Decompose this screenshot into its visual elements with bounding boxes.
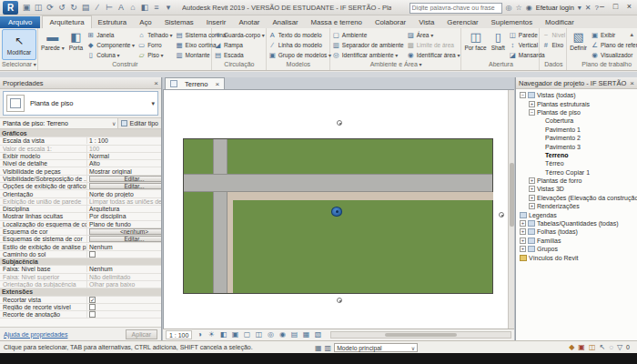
- view-scale-button[interactable]: 1 : 100: [166, 330, 192, 339]
- panel-label-circulacao[interactable]: Circulação: [214, 61, 265, 70]
- tab-gerenciar[interactable]: Gerenciar: [440, 16, 484, 28]
- view-tab-terreno[interactable]: Terreno ×: [165, 77, 225, 89]
- active-design-option-select[interactable]: Modelo principal ∨: [334, 343, 418, 352]
- ribbon-collapse-icon[interactable]: ▴: [630, 31, 633, 38]
- model-group-button[interactable]: ▣ Grupo de modelos: [268, 50, 331, 59]
- set-workplane-button[interactable]: ▧ Definir: [569, 29, 588, 52]
- tree-item-vistas-3d[interactable]: +Vistas 3D: [518, 185, 637, 193]
- expand-icon[interactable]: +: [529, 203, 535, 209]
- tab-arquitetura[interactable]: Arquitetura: [42, 15, 91, 28]
- subscription-icon[interactable]: ☆: [516, 4, 522, 12]
- background-processes-icon[interactable]: ◌: [609, 343, 613, 351]
- text-icon[interactable]: A: [116, 3, 126, 12]
- selection-filter-icon[interactable]: ▽: [617, 343, 622, 351]
- hide-analytical-model-icon[interactable]: ▦: [301, 330, 310, 339]
- expand-icon[interactable]: +: [529, 101, 535, 107]
- elevation-marker-east[interactable]: [499, 212, 504, 217]
- save-icon[interactable]: ◫: [34, 3, 43, 12]
- prop-row[interactable]: Exibir modeloNormal: [0, 153, 161, 160]
- prop-row[interactable]: OrientaçãoNorte do projeto: [0, 190, 161, 197]
- tab-sistemas[interactable]: Sistemas: [158, 16, 200, 28]
- tab-colaborar[interactable]: Colaborar: [369, 16, 412, 28]
- scroll-thumb[interactable]: [510, 163, 514, 227]
- tree-item-plantas-de-forro[interactable]: +Plantas de forro: [518, 177, 637, 185]
- edit-button[interactable]: Editar...: [89, 183, 161, 189]
- undo-icon[interactable]: ↺: [57, 3, 66, 12]
- panel-label-plano-trabalho[interactable]: Plano de trabalho: [569, 61, 637, 70]
- show-crop-region-icon[interactable]: ◫: [254, 330, 263, 339]
- ref-plane-button[interactable]: ∠ Plano de referência: [591, 40, 637, 49]
- temporary-hide-isolate-icon[interactable]: ◎: [266, 330, 275, 339]
- window-button[interactable]: ⊞ Janela: [86, 30, 135, 39]
- tree-item-pavimento-1[interactable]: Pavimento 1: [518, 126, 637, 134]
- tab-massa-e-terreno[interactable]: Massa e terreno: [305, 16, 369, 28]
- collapse-icon[interactable]: −: [529, 109, 535, 116]
- expand-icon[interactable]: +: [520, 238, 526, 244]
- drawing-canvas[interactable]: [163, 90, 514, 329]
- panel-label-construir[interactable]: Construir: [40, 61, 210, 70]
- rendering-dialog-icon[interactable]: ▣: [230, 330, 239, 339]
- panel-label-selecionar[interactable]: Selecionar: [2, 61, 36, 70]
- tree-item-grupos[interactable]: +Grupos: [518, 245, 637, 253]
- scheme-button[interactable]: <nenhum>: [89, 228, 161, 235]
- sun-path-icon[interactable]: ☀: [207, 330, 216, 339]
- tree-item-tabelas[interactable]: +Tabelas/Quantidades (todas): [518, 219, 637, 228]
- opening-by-face-button[interactable]: ◫ Por face: [463, 29, 487, 52]
- modify-button[interactable]: ↖ Modificar: [2, 29, 36, 60]
- section-subjacencia[interactable]: Subjacência: [0, 258, 161, 266]
- railing-button[interactable]: ≡ Guarda-corpo: [214, 30, 265, 39]
- redo-icon[interactable]: ↻: [69, 3, 78, 12]
- canvas-vertical-scrollbar[interactable]: [508, 90, 514, 329]
- reveal-hidden-elements-icon[interactable]: ◉: [278, 330, 287, 339]
- crop-view-icon[interactable]: ▢: [242, 330, 251, 339]
- tree-item-legendas[interactable]: Legendas: [518, 210, 637, 218]
- shaft-button[interactable]: ▯ Shaft: [490, 29, 506, 52]
- tree-item-cobertura[interactable]: Cobertura: [518, 116, 637, 125]
- tab-aco[interactable]: Aço: [133, 16, 157, 28]
- area-button[interactable]: ▨ Área: [407, 30, 460, 39]
- tree-item-terreo[interactable]: Térreo: [518, 159, 637, 167]
- print-icon[interactable]: ▤: [81, 3, 90, 12]
- elevation-marker-north[interactable]: [337, 120, 342, 126]
- scroll-thumb[interactable]: [385, 333, 457, 337]
- prop-row[interactable]: DisciplinaArquitetura: [0, 206, 161, 213]
- sync-icon[interactable]: ⟳: [46, 3, 55, 12]
- tree-item-renderizacoes[interactable]: +Renderizações: [518, 202, 637, 210]
- room-separator-button[interactable]: ▥ Separador de ambiente: [332, 40, 404, 49]
- customize-qat-icon[interactable]: ▾: [164, 3, 173, 12]
- editable-only-icon[interactable]: ▣: [578, 343, 585, 351]
- prop-row[interactable]: Mostrar linhas ocultasPor disciplina: [0, 213, 161, 220]
- project-browser-header[interactable]: Navegador de projeto - IF SERTÃO ×: [516, 77, 637, 89]
- component-button[interactable]: ◆ Componente: [86, 40, 135, 49]
- tree-item-plantas-de-piso[interactable]: −Plantas de piso: [518, 108, 637, 116]
- shadows-icon[interactable]: ◧: [218, 330, 228, 339]
- checkbox[interactable]: [89, 311, 96, 318]
- tree-item-vistas[interactable]: −Vistas (todas): [518, 91, 637, 99]
- door-button[interactable]: ◧ Porta: [68, 29, 85, 52]
- worksets-icon[interactable]: ▦: [315, 344, 322, 352]
- section-graficos[interactable]: Gráficos: [0, 130, 161, 137]
- tab-vista[interactable]: Vista: [412, 16, 440, 28]
- sign-in-label[interactable]: Efetuar login: [536, 4, 574, 12]
- tag-room-button[interactable]: ◎ Identificar ambiente: [332, 50, 404, 59]
- section-extensoes[interactable]: Extensões: [0, 288, 161, 296]
- search-input[interactable]: [410, 3, 502, 14]
- visual-style-icon[interactable]: ◑: [195, 330, 204, 339]
- type-selector[interactable]: Planta de piso ▾: [3, 91, 158, 116]
- prop-row[interactable]: Localização do esquema de corPlano de fu…: [0, 221, 161, 228]
- viewer-button[interactable]: ◉ Visualizador: [591, 50, 637, 59]
- sidewalk-horizontal[interactable]: [228, 192, 493, 200]
- restore-button[interactable]: □: [610, 1, 622, 13]
- project-browser-close-icon[interactable]: ×: [630, 79, 634, 87]
- tab-arquivo[interactable]: Arquivo: [0, 16, 40, 28]
- checkbox[interactable]: [89, 251, 96, 258]
- properties-close-icon[interactable]: ×: [154, 79, 158, 87]
- prop-row[interactable]: Escala da vista1 : 100: [0, 137, 161, 145]
- tab-modificar[interactable]: Modificar: [539, 16, 581, 28]
- collapse-icon[interactable]: −: [520, 92, 526, 98]
- default-3d-view-icon[interactable]: ⌂: [128, 3, 137, 12]
- expand-icon[interactable]: +: [529, 195, 535, 201]
- checkbox[interactable]: [89, 304, 96, 310]
- prop-row[interactable]: Estilo de exibição de análise p...Nenhum: [0, 243, 161, 250]
- drag-elements-icon[interactable]: ↖: [599, 343, 605, 351]
